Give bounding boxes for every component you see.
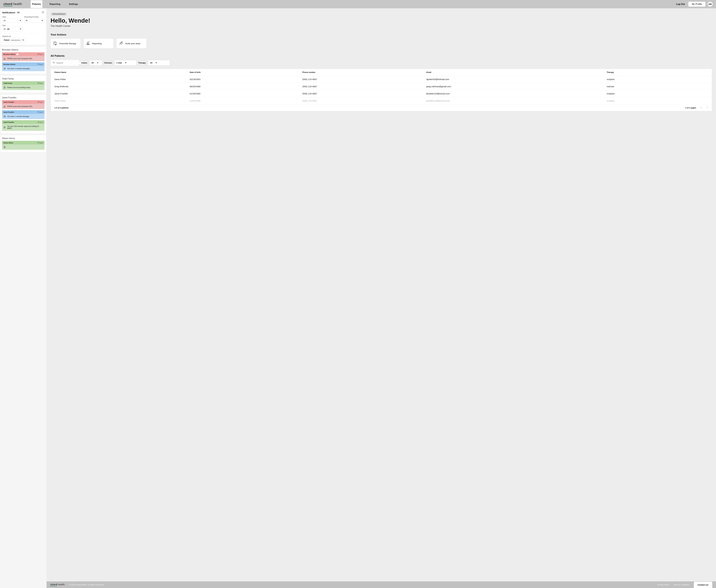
card-message: You are 3:56 minutes away from billing f…: [7, 125, 43, 129]
nav-patients[interactable]: Patients: [31, 0, 42, 8]
notification-card[interactable]: Todd FarleyAug 5Patient account pending …: [2, 81, 45, 90]
chart-icon: [86, 41, 90, 46]
card-patient-name: Todd Farley: [3, 82, 12, 84]
copyright-text: © 2020 Chord Health. All Rights Reserved…: [69, 584, 104, 586]
nav-settings[interactable]: Settings: [67, 0, 79, 8]
contact-us-button[interactable]: Contact us!: [694, 582, 712, 588]
svg-rect-9: [38, 122, 39, 123]
calendar-icon: [38, 142, 39, 144]
card-patient-name: Alison Henry: [3, 142, 13, 144]
card-message: PROM score has increased 15%.: [7, 105, 32, 107]
provider-filter-select[interactable]: All: [24, 19, 44, 23]
chevron-down-icon: [42, 20, 43, 21]
status-filter-select[interactable]: All: [89, 60, 102, 65]
therapy-filter-label: Therapy:: [138, 62, 146, 64]
cell-name: Greg Rothman: [55, 85, 190, 88]
chevron-down-icon: [22, 40, 24, 41]
table-row[interactable]: Greg Rothman06/29/1968(555) 123-4567greg…: [51, 83, 712, 90]
patients-table: Patient Name Date of birth Phone number …: [50, 69, 712, 111]
doc-icon: [3, 146, 6, 148]
notifications-sidebar: Notifications 18 Clinic: All Prescribing…: [0, 8, 46, 588]
svg-point-16: [53, 62, 54, 63]
next-page-button[interactable]: [706, 106, 708, 109]
calendar-icon: [38, 121, 39, 123]
type-filter-select[interactable]: All 18: [2, 27, 22, 31]
search-input-wrap[interactable]: [50, 60, 79, 66]
my-profile-button[interactable]: My Profile: [688, 2, 706, 6]
action-reporting[interactable]: Reporting: [84, 39, 113, 48]
notification-card[interactable]: Brendan AdamsAug 5You have 2 unread mess…: [2, 62, 45, 71]
chat-icon: [3, 67, 6, 70]
clinic-name: The Health Center: [50, 25, 712, 27]
cell-therapy: nuSpine: [607, 92, 708, 95]
th-dob[interactable]: Date of birth: [190, 71, 302, 74]
th-email[interactable]: Email: [426, 71, 607, 74]
warning-icon: [3, 58, 6, 60]
doc-icon: [3, 86, 6, 89]
patient-group-name[interactable]: Brendan Adams: [2, 48, 45, 51]
cell-email: dpotter53@hotmail.com: [426, 78, 607, 81]
svg-rect-4: [38, 83, 39, 84]
patient-group-name[interactable]: Alison Henry: [2, 137, 45, 140]
notification-card[interactable]: Janet FranklinAug 5You are 3:56 minutes …: [2, 120, 45, 131]
th-name[interactable]: Patient Name: [55, 71, 190, 74]
bell-icon[interactable]: [42, 11, 44, 14]
cell-phone: (555) 123-4567: [302, 100, 427, 102]
card-message: Patient account pending setup.: [7, 86, 31, 88]
prescribe-icon: [53, 41, 57, 46]
clinician-filter-label: Clinician:: [104, 62, 112, 64]
brand-first: chord: [3, 2, 12, 6]
action-label: Prescribe therapy: [59, 42, 76, 45]
prev-page-button[interactable]: [700, 106, 702, 109]
privacy-link[interactable]: Privacy Policy: [657, 584, 669, 586]
search-icon: [52, 61, 55, 64]
cell-phone: (555) 123-4567: [302, 78, 427, 81]
th-phone[interactable]: Phone number: [302, 71, 427, 74]
table-row[interactable]: Dana Potter02/19/1953(555) 123-4567dpott…: [51, 76, 712, 83]
type-filter-count: 18: [6, 28, 10, 30]
clinic-filter-value: All: [4, 20, 5, 22]
patient-group: Alison HenryAlison HenryAug 5: [1, 135, 46, 152]
notification-card[interactable]: Janet FranklinAug 5You have 1 unread mes…: [2, 110, 45, 119]
table-footer: 1-4 of 4 patients 1 of 1 pages: [51, 104, 712, 111]
action-invite-team[interactable]: Invite your team: [116, 39, 147, 48]
logout-link[interactable]: Log Out: [676, 3, 685, 5]
svg-rect-3: [38, 64, 39, 65]
clinic-filter-select[interactable]: All: [2, 19, 22, 23]
nav-reporting[interactable]: Reporting: [48, 0, 62, 8]
th-therapy[interactable]: Therapy: [607, 71, 708, 74]
therapy-filter-select[interactable]: All: [148, 60, 170, 65]
table-row[interactable]: Janet Franklin01/29/1960(555) 123-4567jf…: [51, 90, 712, 97]
page-count: 1 of 1 pages: [685, 107, 696, 109]
cell-email: jfranklin129@icloud.com: [426, 92, 607, 95]
provider-filter-label: Prescribing Provider:: [24, 16, 44, 18]
svg-point-14: [120, 42, 121, 44]
notification-card[interactable]: Brendan AdamsAug 5PROM score has increas…: [2, 52, 45, 61]
cell-therapy: nuSpine: [607, 100, 708, 102]
action-label: Invite your team: [125, 42, 140, 45]
organize-main: Patient: [4, 39, 9, 41]
status-filter-value: All: [91, 62, 94, 64]
card-date: Aug 5: [38, 121, 43, 123]
table-header-row: Patient Name Date of birth Phone number …: [51, 69, 712, 76]
avatar[interactable]: DM: [708, 2, 713, 6]
patient-group-name[interactable]: Janet Franklin: [2, 97, 45, 99]
app-footer: chord health © 2020 Chord Health. All Ri…: [46, 582, 716, 588]
notification-card[interactable]: Alison HenryAug 5: [2, 141, 45, 150]
terms-link[interactable]: Terms & Conditions: [673, 584, 690, 586]
calendar-icon: [38, 63, 39, 65]
notification-card[interactable]: Janet FranklinAug 5PROM score has increa…: [2, 100, 45, 109]
main-nav: Patients Reporting Settings: [31, 0, 80, 8]
action-prescribe-therapy[interactable]: Prescribe therapy: [50, 39, 81, 48]
clinician-filter-select[interactable]: 1 total: [114, 60, 136, 65]
row-count: 1-4 of 4 patients: [55, 107, 69, 109]
footer-logo[interactable]: chord health: [50, 583, 65, 586]
search-input[interactable]: [57, 62, 84, 64]
organize-by-select[interactable]: Patient (alphabetical): [2, 38, 25, 42]
invite-icon: [119, 41, 123, 46]
patient-group-name[interactable]: Todd Farley: [2, 78, 45, 80]
brand-logo[interactable]: chord health: [3, 2, 22, 6]
patient-group: Todd FarleyTodd FarleyAug 5Patient accou…: [1, 76, 46, 93]
table-row[interactable]: Todd Farley11/01/1956(555) 123-4567jfran…: [51, 97, 712, 104]
patients-filter-bar: Status: All Clinician: 1 total Therapy: …: [50, 60, 712, 66]
